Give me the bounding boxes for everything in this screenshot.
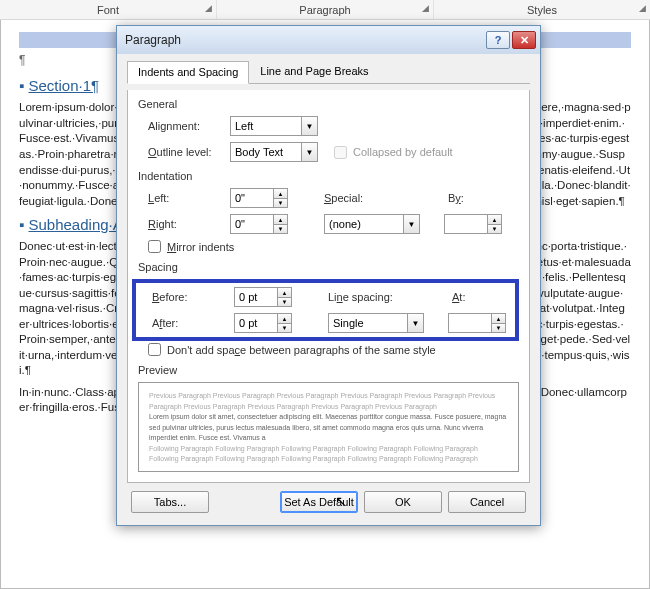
line-spacing-label: Line spacing: (328, 291, 408, 303)
mirror-indents-checkbox[interactable] (148, 240, 161, 253)
by-spinner[interactable]: ▲▼ (444, 214, 502, 234)
paragraph-dialog: Paragraph ? ✕ Indents and Spacing Line a… (116, 25, 541, 526)
spin-down-icon[interactable]: ▼ (278, 297, 292, 307)
before-spinner[interactable]: ▲▼ (234, 287, 292, 307)
left-indent-spinner[interactable]: ▲▼ (230, 188, 288, 208)
ribbon-label: Paragraph (299, 4, 350, 16)
ribbon-group-paragraph[interactable]: Paragraph◢ (217, 0, 434, 19)
tab-indents-spacing[interactable]: Indents and Spacing (127, 61, 249, 84)
mouse-cursor-icon: ↖ (335, 493, 347, 509)
ribbon-label: Styles (527, 4, 557, 16)
dropdown-icon[interactable]: ▼ (408, 313, 424, 333)
after-spinner[interactable]: ▲▼ (234, 313, 292, 333)
by-label: By: (448, 192, 478, 204)
preview-label: Preview (138, 364, 519, 376)
ribbon-group-styles[interactable]: Styles◢ (434, 0, 650, 19)
preview-box: Previous Paragraph Previous Paragraph Pr… (138, 382, 519, 472)
close-button[interactable]: ✕ (512, 31, 536, 49)
help-button[interactable]: ? (486, 31, 510, 49)
before-label: Before: (152, 291, 228, 303)
outline-label: Outline level: (148, 146, 224, 158)
group-spacing-label: Spacing (138, 261, 519, 273)
spin-up-icon[interactable]: ▲ (278, 287, 292, 297)
dialog-launcher-icon[interactable]: ◢ (205, 3, 212, 13)
dropdown-icon[interactable]: ▼ (302, 142, 318, 162)
at-label: At: (452, 291, 482, 303)
spin-up-icon[interactable]: ▲ (488, 214, 502, 224)
spin-down-icon[interactable]: ▼ (488, 224, 502, 234)
spacing-highlight: Before: ▲▼ Line spacing: At: After: ▲▼ ▼… (132, 279, 519, 341)
spin-up-icon[interactable]: ▲ (274, 214, 288, 224)
cancel-button[interactable]: Cancel (448, 491, 526, 513)
alignment-label: Alignment: (148, 120, 224, 132)
at-spinner[interactable]: ▲▼ (448, 313, 506, 333)
same-style-label: Don't add space between paragraphs of th… (167, 344, 436, 356)
right-indent-spinner[interactable]: ▲▼ (230, 214, 288, 234)
alignment-combo[interactable]: ▼ (230, 116, 318, 136)
line-spacing-combo[interactable]: ▼ (328, 313, 424, 333)
spin-up-icon[interactable]: ▲ (278, 313, 292, 323)
ok-button[interactable]: OK (364, 491, 442, 513)
dialog-titlebar[interactable]: Paragraph ? ✕ (117, 26, 540, 54)
ribbon-group-font[interactable]: Font◢ (0, 0, 217, 19)
dropdown-icon[interactable]: ▼ (404, 214, 420, 234)
left-indent-label: Left: (148, 192, 224, 204)
after-label: After: (152, 317, 228, 329)
dialog-title: Paragraph (125, 33, 484, 47)
collapsed-checkbox (334, 146, 347, 159)
collapsed-label: Collapsed by default (353, 146, 453, 158)
ribbon-label: Font (97, 4, 119, 16)
outline-combo[interactable]: ▼ (230, 142, 318, 162)
mirror-indents-label: Mirror indents (167, 241, 234, 253)
dialog-launcher-icon[interactable]: ◢ (422, 3, 429, 13)
dialog-launcher-icon[interactable]: ◢ (639, 3, 646, 13)
group-indent-label: Indentation (138, 170, 519, 182)
same-style-checkbox[interactable] (148, 343, 161, 356)
tabs-button[interactable]: Tabs... (131, 491, 209, 513)
spin-down-icon[interactable]: ▼ (492, 323, 506, 333)
spin-up-icon[interactable]: ▲ (492, 313, 506, 323)
spin-down-icon[interactable]: ▼ (278, 323, 292, 333)
spin-down-icon[interactable]: ▼ (274, 198, 288, 208)
special-combo[interactable]: ▼ (324, 214, 420, 234)
right-indent-label: Right: (148, 218, 224, 230)
tab-line-page-breaks[interactable]: Line and Page Breaks (249, 60, 379, 83)
spin-up-icon[interactable]: ▲ (274, 188, 288, 198)
special-label: Special: (324, 192, 390, 204)
spin-down-icon[interactable]: ▼ (274, 224, 288, 234)
dropdown-icon[interactable]: ▼ (302, 116, 318, 136)
group-general-label: General (138, 98, 519, 110)
